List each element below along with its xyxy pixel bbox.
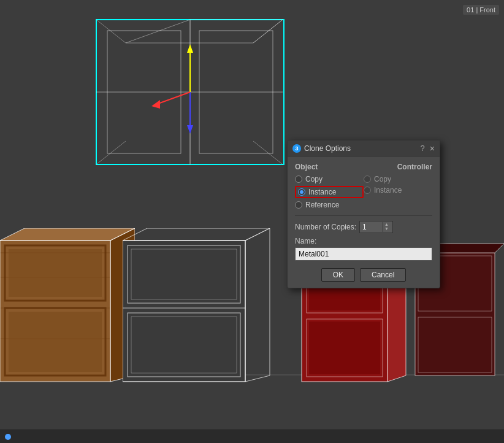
svg-marker-13 (187, 125, 193, 134)
spinner-up[interactable]: ▲ (384, 222, 389, 226)
cancel-button[interactable]: Cancel (360, 268, 406, 282)
svg-line-7 (96, 141, 126, 164)
svg-rect-43 (309, 322, 380, 374)
name-label: Name: (295, 237, 432, 245)
dialog-buttons: OK Cancel (295, 268, 432, 282)
name-input[interactable] (295, 247, 432, 261)
dialog-title-controls: ? × (421, 144, 435, 153)
object-radio-group: Copy Instance Reference (295, 175, 364, 209)
svg-marker-15 (151, 100, 160, 109)
status-indicator (5, 434, 11, 440)
svg-line-14 (156, 92, 190, 104)
copies-value: 1 (362, 223, 383, 231)
instance-label: Instance (308, 188, 336, 196)
copy-radio[interactable] (295, 175, 302, 183)
copies-label: Number of Copies: (295, 223, 359, 231)
ctrl-copy-label: Copy (374, 175, 391, 183)
wooden-cabinet (0, 228, 135, 388)
options-columns: Copy Instance Reference (295, 175, 432, 209)
svg-marker-36 (245, 228, 270, 382)
status-bar (0, 430, 504, 443)
copies-spinner[interactable]: ▲ ▼ (383, 222, 390, 232)
reference-label: Reference (305, 201, 339, 209)
controller-section-title: Controller (397, 163, 432, 171)
svg-marker-37 (123, 228, 270, 241)
svg-line-8 (253, 141, 283, 164)
wireframe-cabinet-center (123, 228, 288, 388)
divider-1 (295, 215, 432, 216)
dialog-icon: 3 (292, 144, 301, 153)
svg-marker-9 (126, 20, 283, 43)
ok-button[interactable]: OK (321, 268, 355, 282)
name-row: Name: (295, 237, 432, 261)
dialog-title: Clone Options (304, 144, 351, 153)
object-column: Copy Instance Reference (295, 175, 364, 209)
ctrl-instance-radio[interactable] (364, 187, 371, 194)
object-section-title: Object (295, 163, 318, 171)
ctrl-copy-radio[interactable] (364, 175, 371, 183)
section-headers: Object Controller (295, 163, 432, 171)
ctrl-instance-label: Instance (374, 186, 402, 195)
viewport: 01 | Front 3 Clone Options ? × Object Co… (0, 0, 504, 443)
svg-rect-23 (9, 249, 102, 297)
dialog-help-button[interactable]: ? (421, 144, 425, 153)
dialog-title-left: 3 Clone Options (292, 144, 351, 153)
selected-object-wireframe (95, 18, 285, 166)
dialog-body: Object Controller Copy (288, 156, 440, 288)
reference-radio[interactable] (295, 201, 302, 209)
controller-column: Copy Instance (364, 175, 432, 209)
ctrl-copy-option[interactable]: Copy (364, 175, 432, 183)
instance-radio[interactable] (298, 188, 305, 196)
svg-rect-30 (123, 241, 245, 382)
dialog-close-button[interactable]: × (430, 144, 435, 153)
controller-radio-group: Copy Instance (364, 175, 432, 195)
ctrl-instance-option[interactable]: Instance (364, 186, 432, 195)
viewport-label: 01 | Front (463, 5, 499, 15)
copy-label: Copy (305, 175, 323, 183)
clone-options-dialog[interactable]: 3 Clone Options ? × Object Controller (287, 140, 440, 288)
copy-option[interactable]: Copy (295, 175, 364, 183)
copies-row: Number of Copies: 1 ▲ ▼ (295, 221, 432, 233)
reference-option[interactable]: Reference (295, 201, 364, 209)
copies-input[interactable]: 1 ▲ ▼ (359, 221, 393, 233)
dialog-titlebar: 3 Clone Options ? × (288, 141, 440, 156)
instance-option[interactable]: Instance (295, 186, 364, 198)
svg-marker-11 (187, 44, 193, 53)
svg-line-5 (96, 20, 126, 43)
svg-rect-24 (9, 312, 102, 372)
spinner-down[interactable]: ▼ (384, 226, 389, 231)
